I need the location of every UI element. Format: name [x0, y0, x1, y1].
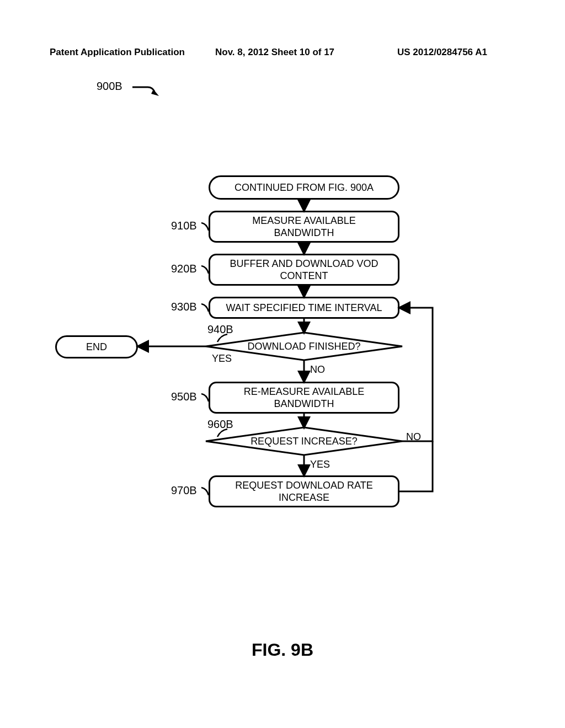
header-publication: Patent Application Publication [50, 47, 185, 58]
svg-marker-0 [151, 89, 159, 96]
figure-reference-number: 900B [97, 80, 122, 93]
flow-arrows-icon [0, 160, 497, 524]
header-date-sheet: Nov. 8, 2012 Sheet 10 of 17 [215, 47, 334, 58]
page-header: Patent Application Publication Nov. 8, 2… [50, 47, 515, 58]
figure-reference-arrow-icon [131, 82, 164, 98]
figure-caption: FIG. 9B [0, 640, 565, 660]
header-pub-number: US 2012/0284756 A1 [397, 47, 487, 58]
